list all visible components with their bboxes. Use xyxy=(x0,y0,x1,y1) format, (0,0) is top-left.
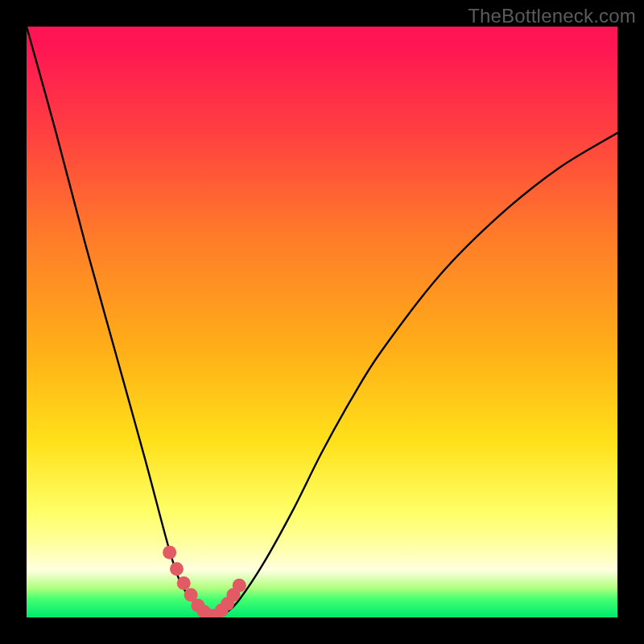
highlight-marker xyxy=(170,562,184,576)
curve-layer xyxy=(27,27,617,617)
highlight-marker xyxy=(233,579,246,592)
highlight-marker xyxy=(163,546,176,559)
highlight-marker xyxy=(177,576,191,590)
bottleneck-curve xyxy=(27,27,617,617)
plot-area xyxy=(27,27,617,617)
attribution-label: TheBottleneck.com xyxy=(468,5,636,27)
